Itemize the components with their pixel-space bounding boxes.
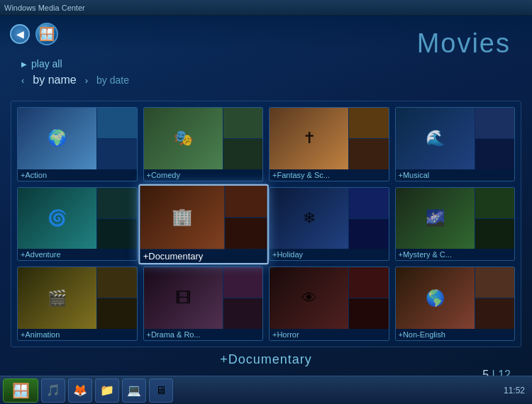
genre-cell-animation[interactable]: 🎬+Animation: [17, 266, 138, 341]
genre-label-horror: +Horror: [270, 329, 389, 340]
genre-cell-mystery[interactable]: 🌌+Mystery & C...: [395, 187, 516, 262]
genre-cell-documentary[interactable]: 🏢+Documentary: [138, 184, 268, 264]
taskbar: 🪟 🎵 🦊 📁 💻 🖥 11:52: [0, 376, 532, 404]
genre-label-musical: +Musical: [396, 169, 515, 181]
genre-grid: 🌍+Action🎭+Comedy✝+Fantasy & Sc...🌊+Music…: [11, 101, 521, 347]
genre-label-mystery: +Mystery & C...: [396, 249, 515, 260]
genre-label-drama: +Drama & Ro...: [144, 329, 263, 340]
sort-row: ‹ by name › by date: [21, 74, 129, 86]
back-button[interactable]: ◀: [10, 24, 30, 44]
taskbar-clock: 11:52: [504, 386, 529, 395]
app-body: ◀ 🪟 Movies play all ‹ by name › by date …: [0, 16, 532, 404]
genre-label-adventure: +Adventure: [18, 249, 137, 260]
title-bar: Windows Media Center: [0, 0, 532, 16]
genre-cell-musical[interactable]: 🌊+Musical: [395, 107, 516, 181]
genre-label-holiday: +Holiday: [270, 249, 389, 260]
taskbar-icon-music[interactable]: 🎵: [41, 378, 65, 403]
genre-cell-fantasy[interactable]: ✝+Fantasy & Sc...: [269, 107, 389, 181]
taskbar-icon-computer[interactable]: 💻: [122, 378, 146, 403]
sort-by-name[interactable]: by name: [33, 74, 76, 86]
taskbar-icon-files[interactable]: 📁: [95, 378, 119, 403]
genre-cell-action[interactable]: 🌍+Action: [17, 107, 138, 181]
genre-label-animation: +Animation: [18, 329, 137, 340]
taskbar-icon-browser[interactable]: 🦊: [68, 378, 92, 403]
genre-cell-comedy[interactable]: 🎭+Comedy: [143, 107, 264, 181]
genre-label-fantasy: +Fantasy & Sc...: [270, 169, 389, 181]
play-all-button[interactable]: play all: [21, 58, 129, 69]
controls-row: play all ‹ by name › by date: [21, 58, 129, 86]
page-title: Movies: [417, 28, 511, 59]
sort-left-arrow[interactable]: ‹: [21, 75, 24, 86]
genre-cell-nonenglish[interactable]: 🌎+Non-English: [395, 266, 516, 341]
windows-orb-button[interactable]: 🪟: [35, 23, 58, 45]
genre-label-action: +Action: [18, 169, 137, 181]
genre-cell-horror[interactable]: 👁+Horror: [269, 266, 389, 341]
genre-cell-adventure[interactable]: 🌀+Adventure: [17, 187, 138, 262]
genre-label-comedy: +Comedy: [144, 169, 263, 181]
taskbar-icon-wmc[interactable]: 🖥: [149, 378, 173, 403]
start-button[interactable]: 🪟: [3, 378, 38, 403]
genre-label-nonenglish: +Non-English: [396, 329, 515, 340]
sort-right-arrow[interactable]: ›: [85, 75, 88, 86]
genre-cell-drama[interactable]: 🎞+Drama & Ro...: [143, 266, 264, 341]
genre-label-documentary: +Documentary: [140, 249, 267, 262]
sort-by-date[interactable]: by date: [96, 74, 129, 86]
title-bar-text: Windows Media Center: [4, 4, 85, 12]
selected-genre-label: +Documentary: [0, 352, 532, 367]
genre-cell-holiday[interactable]: ❄+Holiday: [269, 187, 389, 262]
